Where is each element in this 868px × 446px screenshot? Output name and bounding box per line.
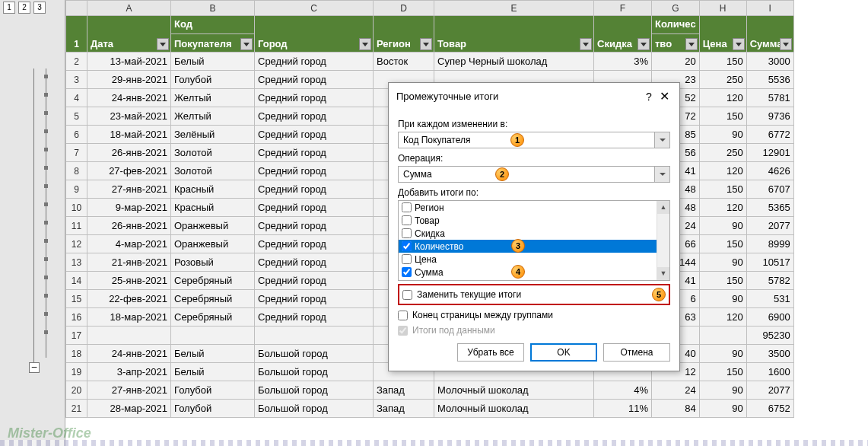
cell-buyer[interactable]: Желтый: [171, 107, 255, 126]
cell-buyer[interactable]: [171, 327, 255, 345]
cell-date[interactable]: 18-май-2021: [87, 126, 171, 144]
change-in-select[interactable]: [398, 132, 670, 148]
row-header[interactable]: 9: [66, 180, 87, 199]
cell-date[interactable]: 28-мар-2021: [87, 400, 171, 418]
cell-buyer[interactable]: Серебряный: [171, 290, 255, 308]
cell-buyer[interactable]: Розовый: [171, 253, 255, 272]
cell-city[interactable]: Большой город: [255, 381, 374, 400]
cell-city[interactable]: Средний город: [255, 71, 374, 89]
cell-price[interactable]: 150: [699, 107, 746, 126]
cell-price[interactable]: 150: [699, 180, 746, 199]
cell-sum[interactable]: 5781: [746, 89, 793, 107]
row-header[interactable]: 15: [66, 290, 87, 308]
cell-sum[interactable]: 4626: [746, 162, 793, 180]
cell-region[interactable]: Запад: [374, 400, 434, 418]
cell-product[interactable]: Молочный шоколад: [434, 381, 594, 400]
cell-buyer[interactable]: Голубой: [171, 381, 255, 400]
cell-qty[interactable]: 24: [652, 381, 700, 400]
cell-sum[interactable]: 2077: [746, 381, 793, 400]
cell-buyer[interactable]: Желтый: [171, 89, 255, 107]
row-header[interactable]: 3: [66, 71, 87, 89]
row-header[interactable]: 14: [66, 272, 87, 290]
cell-date[interactable]: 4-мар-2021: [87, 235, 171, 253]
col-price[interactable]: Цена: [699, 16, 746, 53]
column-letter[interactable]: F: [594, 1, 652, 16]
cell-price[interactable]: 120: [699, 162, 746, 180]
cell-sum[interactable]: 2077: [746, 217, 793, 235]
cell-city[interactable]: Средний город: [255, 53, 374, 71]
cell-price[interactable]: 120: [699, 308, 746, 327]
cell-sum[interactable]: 1600: [746, 363, 793, 381]
cell-buyer[interactable]: Серебряный: [171, 308, 255, 327]
cell-date[interactable]: 27-фев-2021: [87, 162, 171, 180]
cell-price[interactable]: 90: [699, 126, 746, 144]
cell-product[interactable]: Молочный шоколад: [434, 400, 594, 418]
cell-sum[interactable]: 9736: [746, 107, 793, 126]
cell-date[interactable]: [87, 327, 171, 345]
row-header[interactable]: 18: [66, 345, 87, 363]
cell-city[interactable]: Средний город: [255, 144, 374, 162]
row-header[interactable]: 16: [66, 308, 87, 327]
cell-date[interactable]: 24-янв-2021: [87, 345, 171, 363]
cell-price[interactable]: 150: [699, 272, 746, 290]
cell-price[interactable]: 150: [699, 235, 746, 253]
cell-price[interactable]: 120: [699, 89, 746, 107]
scrollbar[interactable]: ▲ ▼: [657, 201, 669, 280]
cell-city[interactable]: Средний город: [255, 89, 374, 107]
cell-date[interactable]: 21-янв-2021: [87, 253, 171, 272]
cancel-button[interactable]: Отмена: [603, 343, 670, 362]
scroll-down-icon[interactable]: ▼: [657, 267, 669, 280]
cell-buyer[interactable]: Голубой: [171, 71, 255, 89]
cell-date[interactable]: 13-май-2021: [87, 53, 171, 71]
row-header[interactable]: 4: [66, 89, 87, 107]
cell-buyer[interactable]: Серебряный: [171, 272, 255, 290]
column-letter[interactable]: G: [652, 1, 700, 16]
cell-sum[interactable]: 8999: [746, 235, 793, 253]
cell-buyer[interactable]: Белый: [171, 363, 255, 381]
pagebreak-checkbox[interactable]: [398, 311, 408, 320]
cell-city[interactable]: Средний город: [255, 126, 374, 144]
cell-date[interactable]: 25-янв-2021: [87, 272, 171, 290]
cell-buyer[interactable]: Золотой: [171, 162, 255, 180]
cell-city[interactable]: Средний город: [255, 272, 374, 290]
cell-date[interactable]: 22-фев-2021: [87, 290, 171, 308]
column-letter[interactable]: E: [434, 1, 594, 16]
operation-select[interactable]: [398, 166, 670, 183]
cell-date[interactable]: 26-янв-2021: [87, 217, 171, 235]
cell-qty[interactable]: 20: [652, 53, 700, 71]
cell-region[interactable]: Запад: [374, 381, 434, 400]
outline-level-1[interactable]: 1: [3, 2, 15, 14]
cell-sum[interactable]: 3500: [746, 345, 793, 363]
col-buyer[interactable]: Покупателя: [171, 34, 255, 53]
listbox-item[interactable]: Количество: [399, 240, 657, 253]
cell-sum[interactable]: 12901: [746, 144, 793, 162]
cell-sum[interactable]: 95230: [746, 327, 793, 345]
cell-buyer[interactable]: Белый: [171, 345, 255, 363]
filter-icon[interactable]: [637, 38, 650, 50]
listbox-checkbox[interactable]: [402, 202, 412, 212]
cell-price[interactable]: 90: [699, 290, 746, 308]
filter-icon[interactable]: [780, 38, 792, 50]
filter-icon[interactable]: [157, 38, 169, 50]
cell-buyer[interactable]: Красный: [171, 199, 255, 217]
cell-price[interactable]: 250: [699, 71, 746, 89]
cell-qty[interactable]: 84: [652, 400, 700, 418]
cell-discount[interactable]: 3%: [594, 53, 652, 71]
filter-icon[interactable]: [420, 38, 432, 50]
listbox-checkbox[interactable]: [402, 215, 412, 225]
outline-level-3[interactable]: 3: [33, 2, 46, 14]
filter-icon[interactable]: [733, 38, 745, 50]
cell-sum[interactable]: 10517: [746, 253, 793, 272]
add-totals-listbox[interactable]: РегионТоварСкидкаКоличествоЦенаСумма ▲ ▼…: [398, 200, 670, 281]
row-header[interactable]: 10: [66, 199, 87, 217]
cell-price[interactable]: 150: [699, 363, 746, 381]
outline-collapse-icon[interactable]: –: [29, 362, 40, 373]
listbox-item[interactable]: Цена: [399, 253, 657, 266]
cell-price[interactable]: 90: [699, 381, 746, 400]
row-header[interactable]: 8: [66, 162, 87, 180]
help-icon[interactable]: ?: [641, 91, 657, 103]
row-header[interactable]: 7: [66, 144, 87, 162]
cell-sum[interactable]: 5536: [746, 71, 793, 89]
col-date[interactable]: Дата: [87, 16, 171, 53]
cell-price[interactable]: [699, 327, 746, 345]
